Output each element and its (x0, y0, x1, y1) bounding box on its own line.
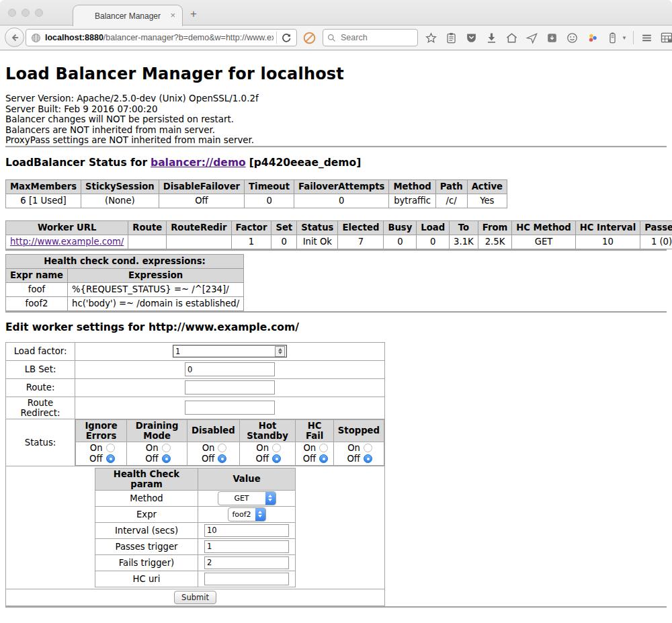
send-tab-icon[interactable] (525, 31, 539, 45)
worker-header-row: Worker URL Route RouteRedir Factor Set S… (6, 220, 672, 235)
draining-mode-on-radio[interactable] (162, 444, 171, 452)
window-minimize-button[interactable] (22, 9, 30, 17)
pocket-icon[interactable] (464, 31, 478, 45)
hc-expr-label: Expr (95, 506, 198, 522)
search-bar[interactable] (323, 29, 418, 46)
hc-fails-input[interactable] (204, 556, 289, 569)
hc-method-select[interactable]: GET (218, 491, 276, 505)
tab-balancer-manager[interactable]: Balancer Manager × (73, 5, 183, 26)
hamburger-menu-icon[interactable] (640, 31, 654, 45)
hc-params-table: Health Check param Value Method GET (95, 468, 296, 587)
route-row: Route: (6, 378, 385, 397)
hot-standby-on-radio[interactable] (272, 444, 281, 452)
lb-status-heading: LoadBalancer Status forbalancer://demo[p… (5, 157, 667, 169)
divider (5, 311, 667, 313)
browser-window: Balancer Manager × + localhost:8880/bala… (0, 0, 672, 623)
new-tab-button[interactable]: + (190, 7, 197, 21)
page-title: Load Balancer Manager for localhost (5, 65, 667, 83)
bookmark-star-icon[interactable] (424, 31, 438, 45)
lb-set-row: LB Set: (6, 360, 385, 378)
feedback-smiley-icon[interactable] (565, 31, 579, 45)
hc-passes-input[interactable] (204, 540, 289, 553)
battery-addon-icon[interactable] (605, 31, 620, 45)
search-input[interactable] (339, 32, 413, 43)
select-stepper-icon (265, 492, 276, 505)
load-factor-row: Load factor: 1 (6, 342, 385, 360)
draining-mode-off-radio[interactable] (162, 454, 171, 463)
route-input[interactable] (185, 380, 275, 394)
lb-set-label: LB Set: (6, 360, 75, 378)
chevron-down-icon[interactable]: ▼ (622, 35, 627, 41)
edit-worker-form: Load factor: 1 LB Set: Route: Route Redi… (5, 342, 385, 606)
search-icon (327, 34, 336, 42)
save-to-pocket-icon[interactable] (545, 31, 559, 45)
hc-uri-label: HC uri (95, 571, 198, 587)
browser-chrome: Balancer Manager × + localhost:8880/bala… (0, 0, 672, 50)
toolbar-icons: ▼ (424, 25, 672, 50)
stopped-off-radio[interactable] (364, 454, 372, 463)
hc-interval-input[interactable] (204, 524, 289, 537)
divider (5, 606, 667, 608)
tab-bar: Balancer Manager × + (0, 0, 672, 26)
lb-status-data-row: 6 [1 Used] (None) Off 0 0 bytraffic /c/ … (6, 194, 507, 208)
reader-grid-icon[interactable] (660, 31, 672, 45)
load-factor-input[interactable]: 1 (173, 345, 287, 358)
lb-status-table: MaxMembers StickySession DisableFailover… (5, 179, 507, 208)
edit-worker-heading: Edit worker settings for http://www.exam… (5, 321, 667, 333)
route-label: Route: (6, 378, 75, 397)
hc-expression-row: foof2 hc('body') =~ /domain is establish… (6, 296, 244, 310)
server-built-line: Server Built: Feb 9 2016 07:00:20 (5, 104, 667, 115)
window-zoom-button[interactable] (35, 9, 43, 17)
ignore-errors-off-radio[interactable] (106, 454, 115, 463)
submit-button[interactable]: Submit (174, 591, 216, 604)
url-bar[interactable]: localhost:8880/balancer-manager?b=demo&w… (26, 29, 297, 46)
bookmarks-clipboard-icon[interactable] (444, 31, 458, 45)
status-table: Ignore Errors Draining Mode Disabled Hot… (75, 419, 384, 466)
route-redirect-input[interactable] (185, 401, 275, 415)
divider (5, 249, 667, 251)
reload-icon[interactable] (281, 32, 292, 43)
hc-expressions-table: Health check cond. expressions: Expr nam… (5, 254, 244, 311)
hc-expressions-title-row: Health check cond. expressions: (6, 254, 244, 268)
tab-close-icon[interactable]: × (170, 10, 175, 20)
blocked-content-icon (302, 31, 317, 45)
worker-url-link[interactable]: http://www.example.com/ (10, 237, 124, 247)
hc-expressions-header-row: Expr name Expression (6, 268, 244, 282)
persist-notice-line: Balancer changes will NOT be persisted o… (5, 114, 667, 125)
content-block-button[interactable] (301, 30, 317, 46)
ignore-errors-on-radio[interactable] (106, 444, 115, 452)
lb-set-input[interactable] (185, 362, 275, 376)
server-info: Server Version: Apache/2.5.0-dev (Unix) … (5, 93, 667, 146)
balancer-demo-link[interactable]: balancer://demo (151, 157, 246, 169)
load-factor-label: Load factor: (6, 342, 75, 360)
stopped-on-radio[interactable] (364, 444, 372, 452)
globe-icon (31, 33, 41, 43)
back-arrow-icon (9, 32, 20, 43)
hc-method-label: Method (95, 490, 198, 506)
url-text: localhost:8880/balancer-manager?b=demo&w… (45, 33, 274, 42)
divider (5, 146, 667, 148)
hc-expr-select[interactable]: foof2 (228, 507, 266, 522)
hc-passes-label: Passes trigger (95, 538, 198, 554)
number-spinner-icon[interactable] (275, 346, 285, 357)
tab-title: Balancer Manager (95, 11, 161, 21)
hc-fail-off-radio[interactable] (319, 454, 328, 463)
back-button[interactable] (5, 28, 24, 47)
toolbar-separator (633, 31, 634, 44)
inherit-notice-line: Balancers are NOT inherited from main se… (5, 125, 667, 136)
colorful-dots-addon-icon[interactable] (585, 31, 599, 45)
url-divider (276, 32, 277, 44)
hot-standby-off-radio[interactable] (272, 454, 281, 463)
hc-interval-label: Interval (secs) (95, 522, 198, 538)
disabled-on-radio[interactable] (218, 444, 226, 452)
disabled-off-radio[interactable] (218, 454, 226, 463)
hc-fail-on-radio[interactable] (319, 444, 328, 452)
select-stepper-icon (255, 508, 265, 521)
window-close-button[interactable] (8, 9, 16, 17)
downloads-icon[interactable] (485, 31, 499, 45)
hc-uri-input[interactable] (204, 573, 289, 585)
hc-params-row: Health Check param Value Method GET (6, 466, 385, 589)
server-version-line: Server Version: Apache/2.5.0-dev (Unix) … (5, 93, 667, 104)
home-icon[interactable] (505, 31, 519, 45)
balancer-manager-page: Load Balancer Manager for localhost Serv… (0, 50, 672, 623)
